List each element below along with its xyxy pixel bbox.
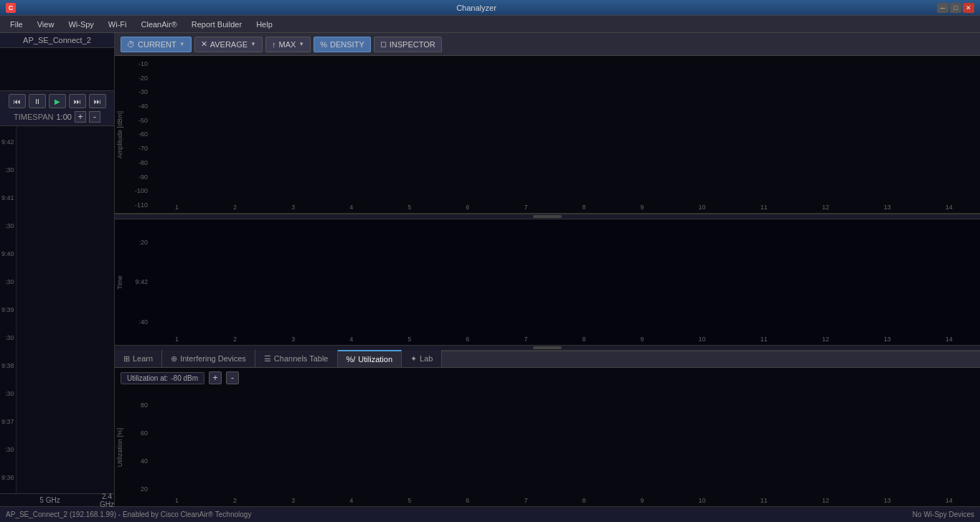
current-dropdown-icon: ▼ — [179, 41, 185, 47]
menu-item-wispy[interactable]: Wi-Spy — [61, 16, 100, 33]
current-label: CURRENT — [138, 40, 176, 49]
lab-icon: ✦ — [410, 354, 417, 364]
mini-spectrum-canvas — [0, 48, 114, 91]
amplitude-label: Amplitude [dBm] — [116, 110, 123, 158]
max-label: MAX — [279, 40, 296, 49]
util-y-axis: 80 60 40 20 — [125, 388, 148, 506]
transport-controls: ⏮ ⏸ ▶ ⏭ ⏭ TIMESPAN 1:00 + - — [0, 91, 114, 126]
device-header: AP_SE_Connect_2 — [0, 33, 114, 48]
inspector-button[interactable]: ◻ INSPECTOR — [374, 37, 442, 52]
inspector-icon: ◻ — [380, 39, 387, 49]
average-icon: ✕ — [201, 39, 207, 49]
timespan-value: 1:00 — [57, 113, 72, 121]
utilization-icon: %/ — [347, 355, 356, 364]
left-time-labels: 9:42 :30 9:41 :30 9:40 :30 9:39 :30 9:38… — [0, 126, 22, 493]
menu-item-help[interactable]: Help — [249, 16, 280, 33]
util-y-label-container: Utilization [%] — [115, 388, 125, 506]
app-title: Chanalyzer — [16, 4, 937, 12]
util-plus-button[interactable]: + — [209, 371, 222, 384]
status-bar: AP_SE_Connect_2 (192.168.1.99) - Enabled… — [0, 506, 980, 522]
app-icon: C — [6, 3, 16, 13]
play-button[interactable]: ▶ — [49, 94, 66, 108]
max-dropdown-icon: ▼ — [298, 41, 304, 47]
density-button[interactable]: % DENSITY — [314, 37, 370, 52]
max-icon: ↑ — [272, 40, 276, 49]
density-icon: % — [320, 40, 327, 49]
time-label: Time — [116, 275, 123, 290]
spectrum-chart: Amplitude [dBm] -10 -20 -30 -40 -50 -60 … — [115, 56, 980, 214]
timespan-label: TIMESPAN — [14, 113, 53, 121]
minimize-button[interactable]: ─ — [937, 3, 948, 13]
freq-24ghz-label: 2.4 GHz — [100, 494, 114, 506]
tab-lab[interactable]: ✦ Lab — [402, 350, 442, 367]
channels-label: Channels Table — [274, 354, 329, 363]
average-label: AVERAGE — [210, 40, 248, 49]
util-value: -80 dBm — [171, 374, 198, 382]
utilization-toolbar: Utilization at: -80 dBm + - — [115, 368, 980, 388]
status-left: AP_SE_Connect_2 (192.168.1.99) - Enabled… — [6, 511, 251, 518]
max-button[interactable]: ↑ MAX ▼ — [265, 37, 311, 52]
time-axis-label-container: Time — [115, 219, 125, 345]
menu-item-wifi[interactable]: Wi-Fi — [101, 16, 134, 33]
skip-forward-button[interactable]: ⏭ — [69, 94, 86, 108]
menu-item-reportbuilder[interactable]: Report Builder — [184, 16, 249, 33]
channels-icon: ☰ — [264, 354, 271, 364]
tab-learn[interactable]: ⊞ Learn — [115, 350, 162, 367]
mini-spectrum — [0, 48, 114, 91]
average-dropdown-icon: ▼ — [250, 41, 256, 47]
waterfall-chart: Time :20 9:42 :40 1234567891011121314 — [115, 219, 980, 345]
skip-end-button[interactable]: ⏭ — [89, 94, 106, 108]
close-button[interactable]: ✕ — [963, 3, 974, 13]
current-button[interactable]: ⏱ CURRENT ▼ — [121, 37, 192, 52]
tab-utilization[interactable]: %/ Utilization — [338, 350, 402, 367]
util-x-axis: 1234567891011121314 — [148, 495, 980, 506]
timespan-plus-button[interactable]: + — [75, 111, 86, 123]
utilization-threshold-box: Utilization at: -80 dBm — [121, 372, 204, 384]
average-button[interactable]: ✕ AVERAGE ▼ — [194, 37, 263, 52]
menu-item-cleanair[interactable]: CleanAir® — [134, 16, 184, 33]
density-label: DENSITY — [330, 40, 364, 49]
utilization-chart-container: Utilization [%] 80 60 40 20 123456789101… — [115, 388, 980, 506]
waterfall-time-labels: :20 9:42 :40 — [125, 219, 148, 345]
util-at-label: Utilization at: — [127, 374, 168, 382]
util-minus-button[interactable]: - — [226, 371, 239, 384]
main-container: AP_SE_Connect_2 ⏮ ⏸ ▶ ⏭ ⏭ TIMESPAN 1:00 … — [0, 33, 980, 506]
splitter-handle — [533, 215, 562, 218]
timespan-row: TIMESPAN 1:00 + - — [14, 111, 100, 123]
bottom-tabs: ⊞ Learn ⊕ Interfering Devices ☰ Channels… — [115, 351, 980, 368]
left-waterfall-canvas — [22, 126, 114, 493]
maximize-button[interactable]: □ — [950, 3, 961, 13]
transport-buttons: ⏮ ⏸ ▶ ⏭ ⏭ — [9, 94, 106, 108]
utilization-canvas — [148, 388, 980, 495]
status-right: No Wi-Spy Devices — [913, 511, 974, 518]
tab-channels-table[interactable]: ☰ Channels Table — [255, 350, 338, 367]
menu-bar: FileViewWi-SpyWi-FiCleanAir®Report Build… — [0, 16, 980, 33]
interfering-icon: ⊕ — [171, 354, 177, 364]
x-axis-labels: 1234567891011121314 — [148, 201, 980, 213]
device-name: AP_SE_Connect_2 — [23, 36, 91, 44]
learn-label: Learn — [133, 354, 153, 363]
tab-interfering-devices[interactable]: ⊕ Interfering Devices — [162, 350, 255, 367]
menu-item-file[interactable]: File — [3, 16, 30, 33]
spectrum-canvas — [148, 56, 980, 202]
y-axis-labels: -10 -20 -30 -40 -50 -60 -70 -80 -90 -100… — [125, 56, 148, 213]
right-panel: ⏱ CURRENT ▼ ✕ AVERAGE ▼ ↑ MAX ▼ % DENSIT… — [115, 33, 980, 506]
left-panel: AP_SE_Connect_2 ⏮ ⏸ ▶ ⏭ ⏭ TIMESPAN 1:00 … — [0, 33, 115, 506]
skip-back-button[interactable]: ⏮ — [9, 94, 26, 108]
inspector-label: INSPECTOR — [390, 40, 435, 49]
left-waterfall-area: 9:42 :30 9:41 :30 9:40 :30 9:39 :30 9:38… — [0, 126, 114, 493]
menu-item-view[interactable]: View — [30, 16, 62, 33]
frequency-labels: 5 GHz 2.4 GHz — [0, 493, 114, 506]
pause-button[interactable]: ⏸ — [29, 94, 46, 108]
current-icon: ⏱ — [127, 40, 135, 49]
interfering-label: Interfering Devices — [180, 354, 246, 363]
util-y-label: Utilization [%] — [116, 427, 123, 467]
amplitude-axis-label-container: Amplitude [dBm] — [115, 56, 125, 213]
timespan-minus-button[interactable]: - — [89, 111, 100, 123]
waterfall-canvas — [148, 219, 980, 333]
splitter-handle-2 — [533, 346, 562, 349]
utilization-label: Utilization — [358, 355, 392, 364]
lab-label: Lab — [420, 354, 433, 363]
waterfall-x-axis: 1234567891011121314 — [148, 333, 980, 345]
spectrum-waterfall-splitter[interactable] — [115, 214, 980, 219]
